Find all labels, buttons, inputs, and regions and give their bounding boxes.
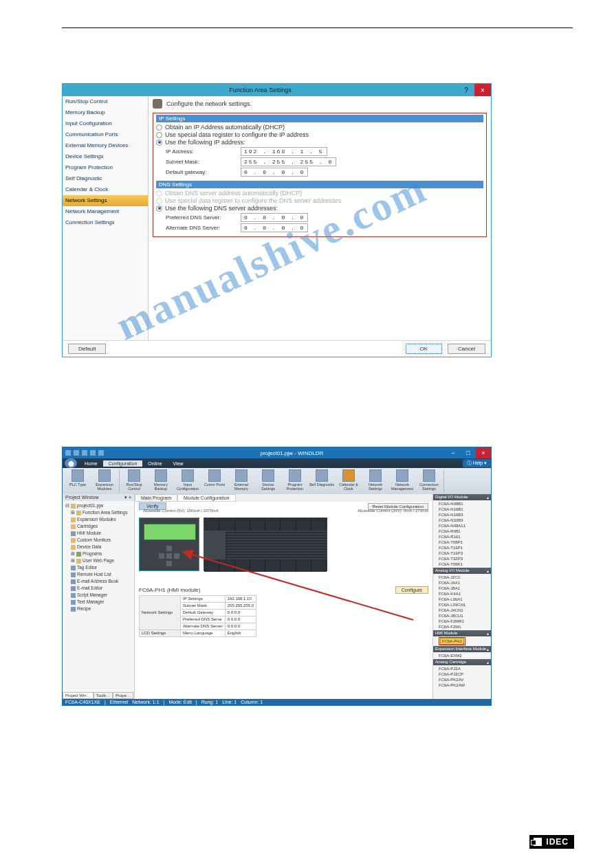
sidebar-item[interactable]: Program Protection — [63, 162, 148, 173]
tree-item[interactable]: Cartridges — [77, 523, 98, 530]
radio-dns-manual[interactable] — [156, 205, 162, 212]
help-button[interactable]: ⓘ Help ▾ — [463, 459, 491, 467]
tree-root[interactable]: project01.pjw — [77, 502, 103, 509]
configure-button[interactable]: Configure — [395, 586, 428, 594]
ribbon-external[interactable]: External Memory — [228, 469, 254, 493]
qat-icon[interactable] — [98, 450, 104, 456]
module-item[interactable]: FC6A-T16P3 — [439, 550, 491, 556]
module-item[interactable]: FC6A-T32P3 — [439, 556, 491, 561]
ip-address-input[interactable]: 192 . 168 . 1 . 5 — [241, 147, 327, 156]
module-item[interactable]: FC6A-T08P1 — [439, 539, 491, 545]
module-item[interactable]: FC6A-R161 — [439, 534, 491, 539]
ribbon-network-settings[interactable]: Network Settings — [362, 469, 388, 493]
qat-icon[interactable] — [90, 450, 96, 456]
sidebar-item[interactable]: Calendar & Clock — [63, 184, 148, 195]
module-item[interactable]: FC6A-J4A1 — [439, 580, 491, 586]
module-item[interactable]: FC6A-N32B3 — [439, 518, 491, 523]
module-item[interactable]: FC6A-K4A1 — [439, 591, 491, 597]
qat-icon[interactable] — [82, 450, 87, 456]
help-button[interactable]: ? — [458, 84, 474, 96]
sidebar-item[interactable]: Memory Backup — [63, 107, 148, 118]
sidebar-item[interactable]: Input Configuration — [63, 118, 148, 129]
qat-icon[interactable] — [74, 450, 79, 456]
ribbon-expansion-modules[interactable]: Expansion Modules — [91, 469, 118, 493]
project-tree[interactable]: ⊟project01.pjw ⊞Function Area Settings E… — [63, 501, 134, 692]
tree-item[interactable]: Custom Monitors — [77, 537, 111, 544]
module-item[interactable]: FC6A-J8A1 — [439, 586, 491, 591]
app-menu-button[interactable]: ⬤ — [65, 458, 77, 468]
hmi-module-graphic[interactable] — [139, 518, 199, 571]
maximize-button[interactable]: □ — [461, 447, 476, 458]
preferred-dns-input[interactable]: 0 . 0 . 0 . 0 — [241, 213, 308, 222]
tree-item[interactable]: Remote Host List — [77, 571, 111, 578]
ribbon-comm[interactable]: Comm Ports — [201, 469, 228, 493]
ribbon-program[interactable]: Program Protection — [282, 469, 308, 493]
module-item[interactable]: FC6A-J4CN1 — [439, 608, 491, 613]
plc-module-graphic[interactable] — [204, 518, 327, 571]
ribbon-network-mgmt[interactable]: Network Management — [389, 469, 415, 493]
module-item[interactable]: FC6A-J2C1 — [439, 575, 491, 580]
ribbon-calendar[interactable]: Calendar & Clock — [336, 469, 362, 493]
sidebar-item[interactable]: External Memory Devices — [63, 140, 148, 151]
tab-online[interactable]: Online — [142, 460, 167, 467]
module-item[interactable]: FC6A-T16P1 — [439, 545, 491, 550]
ribbon-device[interactable]: Device Settings — [255, 469, 281, 493]
module-item[interactable]: FC6A-F2M1 — [439, 624, 491, 630]
radio-special-register[interactable] — [156, 132, 162, 138]
tree-item[interactable]: Recipe — [77, 605, 91, 612]
tree-item[interactable]: Programs — [83, 550, 102, 557]
sidebar-item[interactable]: Self Diagnostic — [63, 173, 148, 184]
tree-item[interactable]: Function Area Settings — [83, 509, 127, 516]
property-tab[interactable]: Prope… — [113, 692, 133, 699]
tab-main-program[interactable]: Main Program — [135, 494, 177, 502]
radio-static-ip[interactable] — [156, 140, 162, 146]
default-button[interactable]: Default — [68, 344, 106, 354]
module-item[interactable]: FC6A-PK2AV — [439, 677, 491, 682]
sidebar-item[interactable]: Network Management — [63, 206, 148, 217]
module-item[interactable]: FC6A-F2MR1 — [439, 619, 491, 624]
ok-button[interactable]: OK — [406, 344, 443, 354]
sidebar-item-selected[interactable]: Network Settings — [63, 195, 148, 206]
tree-item[interactable]: Device Data — [77, 544, 101, 550]
tab-module-configuration[interactable]: Module Configuration — [177, 494, 236, 502]
ribbon-runstop[interactable]: Run/Stop Control — [121, 469, 147, 493]
module-item-selected[interactable]: FC6A-PH1 — [440, 638, 464, 645]
ribbon-diagnostic[interactable]: Self Diagnostic — [309, 469, 335, 493]
module-item[interactable]: FC6A-PJ2CP — [439, 671, 491, 677]
tree-item[interactable]: E-mail Address Book — [77, 578, 118, 585]
module-item[interactable]: FC6A-L03CN1 — [439, 602, 491, 608]
module-item[interactable]: FC6A-N16B3 — [439, 512, 491, 518]
ribbon-connection[interactable]: Connection Settings — [416, 469, 442, 493]
ribbon-memory[interactable]: Memory Backup — [148, 469, 174, 493]
module-item[interactable]: FC6A-J8CU1 — [439, 613, 491, 619]
tab-configuration[interactable]: Configuration — [103, 460, 143, 467]
sidebar-item[interactable]: Device Settings — [63, 151, 148, 162]
sidebar-item[interactable]: Communication Ports — [63, 129, 148, 140]
tree-item[interactable]: Expansion Modules — [77, 516, 116, 523]
module-item[interactable]: FC6A-N08A11 — [439, 523, 491, 528]
gateway-input[interactable]: 0 . 0 . 0 . 0 — [241, 168, 308, 177]
close-button[interactable]: × — [476, 447, 491, 458]
module-item[interactable]: FC6A-L06A1 — [439, 597, 491, 602]
tree-item[interactable]: Script Manager — [77, 592, 107, 599]
tree-item[interactable]: Text Manager — [77, 599, 104, 605]
ribbon-input[interactable]: Input Configuration — [175, 469, 201, 493]
tree-item[interactable]: User Web Page — [83, 557, 114, 564]
sidebar-item[interactable]: Run/Stop Control — [63, 96, 148, 107]
tree-item[interactable]: HMI Module — [77, 530, 101, 537]
tab-home[interactable]: Home — [79, 460, 103, 467]
module-item[interactable]: FC6A-T08K1 — [439, 561, 491, 567]
sidebar-item[interactable]: Connection Settings — [63, 217, 148, 228]
tree-item[interactable]: E-mail Editor — [77, 585, 102, 592]
module-item[interactable]: FC6A-EXM2 — [439, 653, 491, 658]
close-button[interactable]: × — [474, 84, 491, 96]
toolbox-tab[interactable]: Toolb… — [94, 692, 113, 699]
subnet-mask-input[interactable]: 255 . 255 . 255 . 0 — [241, 157, 336, 166]
cancel-button[interactable]: Cancel — [448, 344, 485, 354]
module-item[interactable]: FC6A-N08B1 — [439, 501, 491, 507]
module-item[interactable]: FC6A-N16B1 — [439, 507, 491, 512]
project-tab[interactable]: Project Win… — [63, 692, 94, 699]
module-item[interactable]: FC6A-PJ2A — [439, 666, 491, 671]
tab-view[interactable]: View — [168, 460, 189, 467]
radio-dhcp[interactable] — [156, 124, 162, 131]
